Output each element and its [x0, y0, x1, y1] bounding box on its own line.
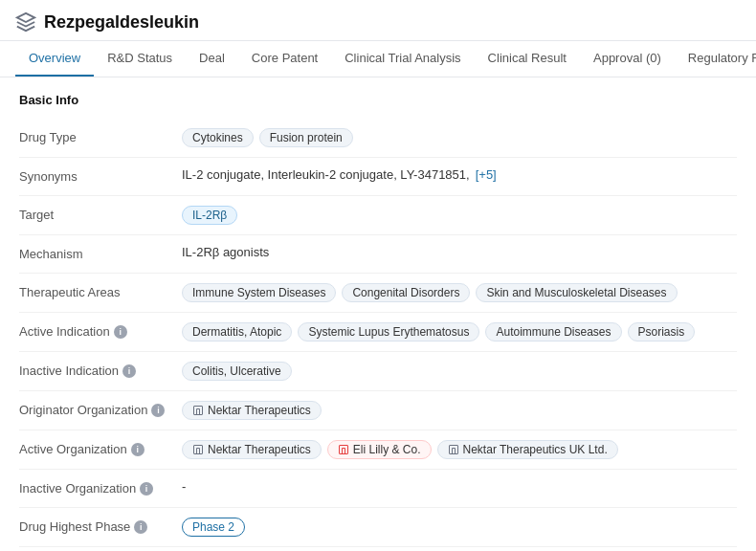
tab-clinical-trial[interactable]: Clinical Trial Analysis [331, 41, 474, 77]
active-org-value: Nektar Therapeutics Eli Lilly & Co. Nekt… [182, 440, 737, 459]
inactive-indication-info-icon: i [122, 364, 136, 378]
drug-highest-phase-label: Drug Highest Phase i [19, 518, 182, 534]
active-org-row: Active Organization i Nektar Therapeutic… [19, 430, 737, 470]
svg-rect-2 [339, 446, 347, 454]
tab-core-patent[interactable]: Core Patent [238, 41, 331, 77]
synonyms-row: Synonyms IL-2 conjugate, Interleukin-2 c… [19, 158, 737, 196]
org-tag-nektar-uk[interactable]: Nektar Therapeutics UK Ltd. [437, 440, 618, 459]
drug-phase-info-icon: i [134, 520, 147, 534]
org-building-icon-2 [338, 444, 349, 455]
drug-header: Rezpegaldesleukin [0, 0, 756, 41]
target-label: Target [19, 206, 182, 222]
tag-dermatitis: Dermatitis, Atopic [182, 322, 292, 342]
synonyms-more-link[interactable]: [+5] [476, 167, 497, 182]
tab-rd-status[interactable]: R&D Status [94, 41, 186, 77]
drug-highest-phase-row: Drug Highest Phase i Phase 2 [19, 508, 737, 547]
therapeutic-areas-row: Therapeutic Areas Immune System Diseases… [19, 274, 737, 313]
org-building-icon-1 [192, 444, 204, 455]
tag-psoriasis: Psoriasis [628, 322, 696, 342]
svg-rect-3 [449, 446, 457, 454]
tag-cytokines: Cytokines [182, 128, 254, 147]
inactive-org-row: Inactive Organization i - [19, 470, 737, 508]
tab-clinical-result[interactable]: Clinical Result [475, 41, 580, 77]
org-building-icon [192, 405, 204, 416]
tabs-nav: Overview R&D Status Deal Core Patent Cli… [0, 41, 756, 77]
originator-org-value: Nektar Therapeutics [182, 401, 737, 420]
mechanism-label: Mechanism [19, 245, 182, 261]
drug-icon [15, 11, 36, 33]
target-row: Target IL-2Rβ [19, 196, 737, 235]
tag-lupus: Systemic Lupus Erythematosus [298, 322, 479, 342]
active-indication-value: Dermatitis, Atopic Systemic Lupus Erythe… [182, 322, 737, 342]
tag-skin-musculoskeletal: Skin and Musculoskeletal Diseases [476, 283, 677, 302]
active-indication-info-icon: i [114, 325, 127, 339]
originator-org-info-icon: i [151, 404, 165, 417]
org-building-icon-3 [448, 444, 459, 455]
mechanism-value: IL-2Rβ agonists [182, 245, 737, 259]
synonyms-text: IL-2 conjugate, Interleukin-2 conjugate,… [182, 167, 470, 182]
drug-type-label: Drug Type [19, 128, 182, 144]
drug-highest-phase-value: Phase 2 [182, 518, 737, 537]
originator-org-label: Originator Organization i [19, 401, 182, 417]
therapeutic-areas-label: Therapeutic Areas [19, 283, 182, 299]
first-approval-row: First Approval Date - [19, 547, 737, 551]
org-tag-eli-lilly[interactable]: Eli Lilly & Co. [327, 440, 432, 459]
mechanism-text: IL-2Rβ agonists [182, 245, 269, 259]
tab-overview[interactable]: Overview [15, 41, 94, 77]
tab-approval[interactable]: Approval (0) [580, 41, 675, 77]
section-title: Basic Info [19, 93, 737, 107]
tag-phase-2[interactable]: Phase 2 [182, 518, 245, 537]
inactive-indication-label: Inactive Indication i [19, 362, 182, 378]
inactive-indication-row: Inactive Indication i Colitis, Ulcerativ… [19, 352, 737, 391]
svg-rect-0 [194, 407, 203, 415]
tab-regulatory-review[interactable]: Regulatory Review (0) [675, 41, 756, 77]
tab-deal[interactable]: Deal [186, 41, 238, 77]
therapeutic-areas-value: Immune System Diseases Congenital Disord… [182, 283, 737, 302]
tag-autoimmune: Autoimmune Diseases [485, 322, 621, 342]
inactive-org-label: Inactive Organization i [19, 479, 182, 496]
active-org-info-icon: i [131, 443, 145, 456]
tag-congenital: Congenital Disorders [342, 283, 470, 302]
synonyms-label: Synonyms [19, 167, 182, 184]
synonyms-value: IL-2 conjugate, Interleukin-2 conjugate,… [182, 167, 737, 182]
drug-type-row: Drug Type Cytokines Fusion protein [19, 119, 737, 158]
overview-content: Basic Info Drug Type Cytokines Fusion pr… [0, 77, 756, 551]
originator-org-row: Originator Organization i Nektar Therape… [19, 391, 737, 430]
active-indication-label: Active Indication i [19, 322, 182, 339]
inactive-org-text: - [182, 479, 186, 494]
svg-rect-1 [194, 446, 203, 454]
org-tag-nektar-active[interactable]: Nektar Therapeutics [182, 440, 322, 459]
tag-target[interactable]: IL-2Rβ [182, 206, 237, 225]
target-value: IL-2Rβ [182, 206, 737, 225]
active-org-label: Active Organization i [19, 440, 182, 456]
org-tag-nektar-originator[interactable]: Nektar Therapeutics [182, 401, 322, 420]
mechanism-row: Mechanism IL-2Rβ agonists [19, 235, 737, 274]
tag-fusion-protein: Fusion protein [259, 128, 353, 147]
inactive-indication-value: Colitis, Ulcerative [182, 362, 737, 381]
inactive-org-value: - [182, 479, 737, 494]
inactive-org-info-icon: i [140, 482, 153, 496]
tag-colitis: Colitis, Ulcerative [182, 362, 292, 381]
tag-immune-system: Immune System Diseases [182, 283, 336, 302]
drug-name: Rezpegaldesleukin [44, 12, 199, 33]
active-indication-row: Active Indication i Dermatitis, Atopic S… [19, 313, 737, 352]
drug-type-value: Cytokines Fusion protein [182, 128, 737, 147]
